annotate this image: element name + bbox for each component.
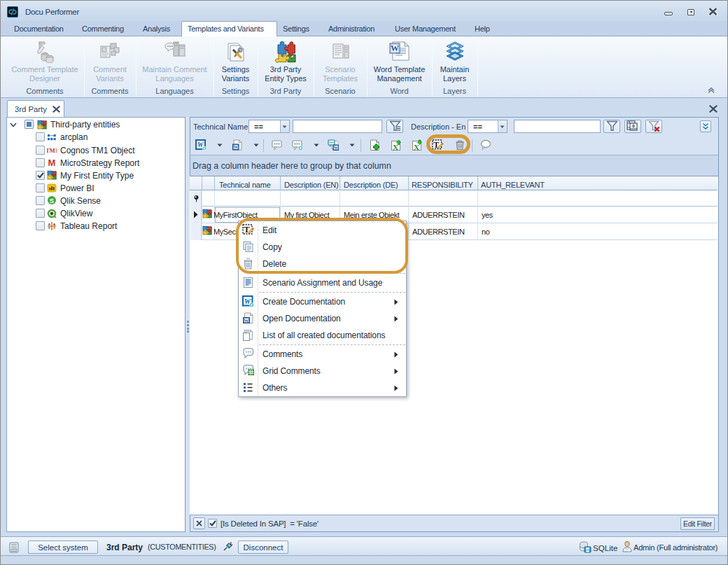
svg-text:X: X — [393, 143, 398, 151]
svg-text:X: X — [414, 143, 419, 151]
svg-text:M: M — [48, 158, 56, 167]
svg-text:W: W — [234, 144, 239, 149]
svg-text:W: W — [391, 43, 399, 53]
svg-text:W: W — [244, 318, 249, 323]
svg-text:W: W — [334, 146, 338, 150]
svg-text:TM1: TM1 — [47, 147, 57, 154]
svg-text:S: S — [50, 197, 54, 204]
